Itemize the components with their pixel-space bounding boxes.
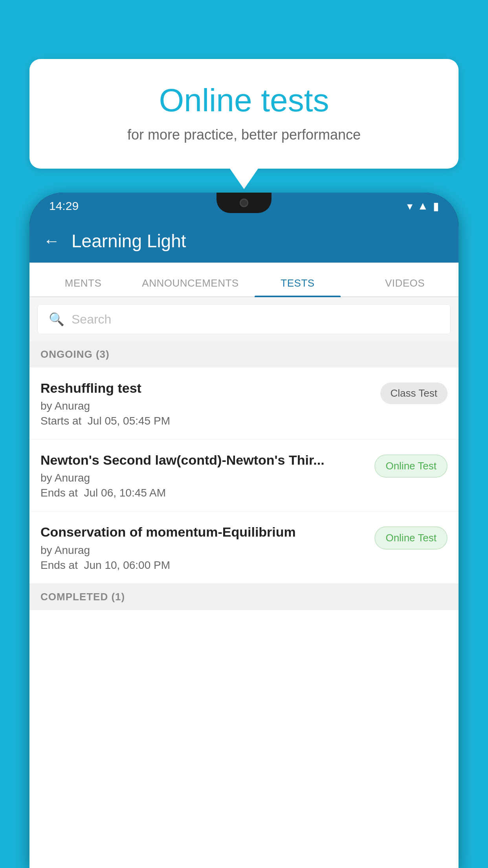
bubble-title: Online tests (57, 83, 431, 118)
test-author-newton: by Anurag (40, 472, 367, 484)
test-title-newton: Newton's Second law(contd)-Newton's Thir… (40, 451, 367, 469)
notch (216, 193, 272, 213)
status-icons: ▾ ▲ ▮ (407, 200, 439, 213)
completed-section-header: COMPLETED (1) (29, 584, 459, 610)
tab-videos[interactable]: VIDEOS (351, 277, 459, 296)
status-bar: 14:29 ▾ ▲ ▮ (29, 193, 459, 219)
test-item-conservation[interactable]: Conservation of momentum-Equilibrium by … (29, 511, 459, 583)
test-badge-conservation: Online Test (374, 526, 448, 550)
tabs-bar: MENTS ANNOUNCEMENTS TESTS VIDEOS (29, 263, 459, 297)
test-title-conservation: Conservation of momentum-Equilibrium (40, 523, 367, 541)
ongoing-section-header: ONGOING (3) (29, 341, 459, 368)
wifi-icon: ▾ (407, 200, 413, 213)
back-button[interactable]: ← (43, 232, 60, 250)
test-info-reshuffling: Reshuffling test by Anurag Starts at Jul… (40, 379, 372, 427)
phone-frame: 14:29 ▾ ▲ ▮ ← Learning Light MENTS ANNOU… (29, 193, 459, 868)
test-title-reshuffling: Reshuffling test (40, 379, 372, 397)
battery-icon: ▮ (433, 200, 439, 213)
signal-icon: ▲ (417, 200, 428, 212)
test-info-conservation: Conservation of momentum-Equilibrium by … (40, 523, 367, 571)
test-badge-newton: Online Test (374, 454, 448, 478)
test-author-conservation: by Anurag (40, 544, 367, 557)
test-author-reshuffling: by Anurag (40, 400, 372, 412)
test-date-reshuffling: Starts at Jul 05, 05:45 PM (40, 415, 372, 427)
tab-ments[interactable]: MENTS (29, 277, 137, 296)
test-info-newton: Newton's Second law(contd)-Newton's Thir… (40, 451, 367, 499)
status-time: 14:29 (49, 199, 79, 213)
app-bar: ← Learning Light (29, 219, 459, 263)
speech-bubble: Online tests for more practice, better p… (29, 59, 459, 169)
test-date-conservation: Ends at Jun 10, 06:00 PM (40, 559, 367, 572)
speech-bubble-container: Online tests for more practice, better p… (29, 59, 459, 169)
phone-content: MENTS ANNOUNCEMENTS TESTS VIDEOS 🔍 Searc… (29, 263, 459, 868)
test-date-newton: Ends at Jul 06, 10:45 AM (40, 487, 367, 499)
search-bar[interactable]: 🔍 Search (37, 304, 451, 334)
test-item-newton[interactable]: Newton's Second law(contd)-Newton's Thir… (29, 440, 459, 511)
test-item-reshuffling[interactable]: Reshuffling test by Anurag Starts at Jul… (29, 368, 459, 440)
search-container: 🔍 Search (29, 297, 459, 341)
camera-dot (240, 199, 248, 207)
search-placeholder: Search (72, 312, 111, 327)
tab-announcements[interactable]: ANNOUNCEMENTS (137, 277, 244, 296)
app-title: Learning Light (72, 230, 186, 252)
test-badge-reshuffling: Class Test (380, 383, 448, 404)
search-icon: 🔍 (49, 312, 64, 327)
tab-tests[interactable]: TESTS (244, 277, 351, 296)
bubble-subtitle: for more practice, better performance (57, 127, 431, 143)
